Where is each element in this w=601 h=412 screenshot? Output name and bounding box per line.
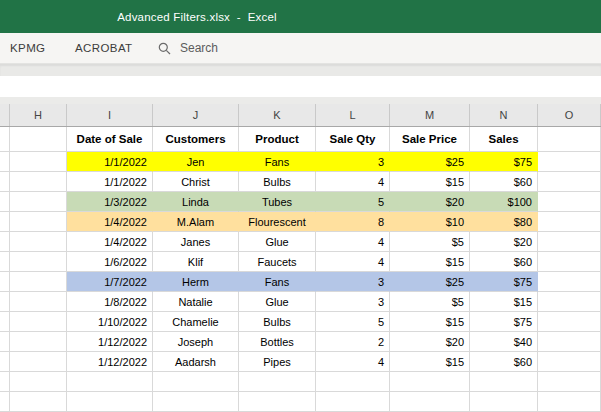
ribbon-tab-acrobat[interactable]: ACROBAT [75,33,133,63]
customer-cell[interactable]: Jen [153,152,239,172]
qty-cell[interactable]: 5 [316,192,390,212]
grid-cell-empty[interactable] [0,352,10,372]
grid-cell-empty[interactable] [538,192,601,212]
price-cell[interactable]: $5 [390,232,470,252]
qty-cell[interactable]: 4 [316,172,390,192]
sales-cell[interactable]: $15 [470,292,538,312]
grid-cell-empty[interactable] [67,372,153,392]
grid-cell-empty[interactable] [0,372,10,392]
product-cell[interactable]: Bulbs [239,312,316,332]
column-header-L[interactable]: L [316,104,390,126]
grid-cell-empty[interactable] [0,172,10,192]
customer-cell[interactable]: Joseph [153,332,239,352]
grid-cell-empty[interactable] [10,192,67,212]
grid-cell-empty[interactable] [153,372,239,392]
grid-cell-empty[interactable] [538,232,601,252]
qty-cell[interactable]: 4 [316,232,390,252]
grid-cell-empty[interactable] [538,152,601,172]
grid-cell-empty[interactable] [239,392,316,412]
grid-cell-empty[interactable] [538,372,601,392]
grid-cell-empty[interactable] [10,127,67,152]
column-header-I[interactable]: I [67,104,153,126]
qty-cell[interactable]: 8 [316,212,390,232]
search-box[interactable]: Search [158,33,218,63]
customer-cell[interactable]: Natalie [153,292,239,312]
date-cell[interactable]: 1/1/2022 [67,172,153,192]
date-cell[interactable]: 1/3/2022 [67,192,153,212]
date-cell[interactable]: 1/12/2022 [67,352,153,372]
grid-cell-empty[interactable] [10,172,67,192]
grid-cell-empty[interactable] [0,272,10,292]
grid-cell-empty[interactable] [316,392,390,412]
table-header-date-cell[interactable]: Date of Sale [67,127,153,152]
product-cell[interactable]: Tubes [239,192,316,212]
customer-cell[interactable]: M.Alam [153,212,239,232]
qty-cell[interactable]: 5 [316,312,390,332]
grid-cell-empty[interactable] [0,152,10,172]
grid-cell-empty[interactable] [10,292,67,312]
price-cell[interactable]: $25 [390,152,470,172]
date-cell[interactable]: 1/4/2022 [67,232,153,252]
product-cell[interactable]: Glue [239,232,316,252]
customer-cell[interactable]: Klif [153,252,239,272]
product-cell[interactable]: Bottles [239,332,316,352]
grid-cell-empty[interactable] [538,272,601,292]
sales-cell[interactable]: $60 [470,172,538,192]
grid-cell-empty[interactable] [10,352,67,372]
grid-cell-empty[interactable] [538,332,601,352]
customer-cell[interactable]: Herm [153,272,239,292]
date-cell[interactable]: 1/1/2022 [67,152,153,172]
formula-bar[interactable] [0,76,601,97]
price-cell[interactable]: $15 [390,172,470,192]
grid-cell-empty[interactable] [390,372,470,392]
sales-cell[interactable]: $20 [470,232,538,252]
sales-cell[interactable]: $75 [470,152,538,172]
grid-cell-empty[interactable] [67,392,153,412]
product-cell[interactable]: Faucets [239,252,316,272]
table-header-customer-cell[interactable]: Customers [153,127,239,152]
price-cell[interactable]: $20 [390,192,470,212]
grid-cell-empty[interactable] [10,152,67,172]
grid-cell-empty[interactable] [538,212,601,232]
product-cell[interactable]: Bulbs [239,172,316,192]
grid-cell-empty[interactable] [0,332,10,352]
grid-cell-empty[interactable] [470,392,538,412]
grid-cell-empty[interactable] [0,192,10,212]
customer-cell[interactable]: Christ [153,172,239,192]
product-cell[interactable]: Pipes [239,352,316,372]
customer-cell[interactable]: Chamelie [153,312,239,332]
column-header-N[interactable]: N [470,104,538,126]
grid-cell-empty[interactable] [538,312,601,332]
date-cell[interactable]: 1/7/2022 [67,272,153,292]
grid-cell-empty[interactable] [0,312,10,332]
date-cell[interactable]: 1/4/2022 [67,212,153,232]
customer-cell[interactable]: Linda [153,192,239,212]
grid-cell-empty[interactable] [153,392,239,412]
qty-cell[interactable]: 3 [316,292,390,312]
sales-cell[interactable]: $40 [470,332,538,352]
grid-cell-empty[interactable] [10,252,67,272]
grid-cell-empty[interactable] [538,172,601,192]
grid-cell-empty[interactable] [538,252,601,272]
qty-cell[interactable]: 2 [316,332,390,352]
price-cell[interactable]: $15 [390,252,470,272]
grid-cell-empty[interactable] [10,392,67,412]
table-header-sales-cell[interactable]: Sales [470,127,538,152]
grid-cell-empty[interactable] [10,332,67,352]
grid-cell-empty[interactable] [10,312,67,332]
customer-cell[interactable]: Janes [153,232,239,252]
customer-cell[interactable]: Aadarsh [153,352,239,372]
qty-cell[interactable]: 3 [316,152,390,172]
qty-cell[interactable]: 4 [316,352,390,372]
price-cell[interactable]: $10 [390,212,470,232]
grid-cell-empty[interactable] [10,272,67,292]
table-header-product-cell[interactable]: Product [239,127,316,152]
date-cell[interactable]: 1/6/2022 [67,252,153,272]
grid-cell-empty[interactable] [10,232,67,252]
grid-cell-empty[interactable] [0,127,10,152]
price-cell[interactable]: $25 [390,272,470,292]
grid-cell-empty[interactable] [0,232,10,252]
sales-cell[interactable]: $60 [470,352,538,372]
grid-cell-empty[interactable] [538,127,601,152]
price-cell[interactable]: $15 [390,312,470,332]
